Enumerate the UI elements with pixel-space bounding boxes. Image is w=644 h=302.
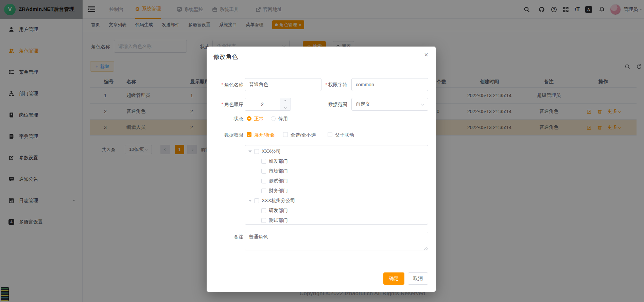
role-name-label-text: 角色名称 bbox=[224, 82, 243, 87]
parent-child-link-label[interactable]: 父子联动 bbox=[335, 131, 354, 138]
select-all-checkbox[interactable] bbox=[283, 132, 288, 137]
tree-node-checkbox[interactable] bbox=[261, 189, 266, 193]
stepper-increase-button[interactable] bbox=[280, 98, 291, 104]
role-order-label-text: 角色顺序 bbox=[224, 102, 243, 107]
parent-child-link-checkbox[interactable] bbox=[328, 132, 332, 137]
data-permission-field-label: 数据权限 bbox=[210, 131, 243, 138]
tree-node-checkbox[interactable] bbox=[254, 198, 259, 203]
role-name-input[interactable] bbox=[245, 78, 321, 91]
role-order-value: 2 bbox=[245, 98, 280, 110]
data-scope-field-label: 数据范围 bbox=[319, 98, 347, 111]
status-disabled-radio[interactable] bbox=[271, 116, 276, 121]
role-key-input[interactable] bbox=[351, 78, 428, 91]
tree-node[interactable]: XXX杭州分公司 bbox=[245, 196, 428, 206]
textarea-resize-handle[interactable] bbox=[424, 247, 428, 250]
tree-node-label[interactable]: 财务部门 bbox=[269, 188, 288, 194]
dialog-close-icon[interactable] bbox=[424, 51, 428, 58]
tree-node-checkbox[interactable] bbox=[254, 149, 259, 154]
select-caret-icon bbox=[421, 102, 424, 106]
tree-expand-caret-icon[interactable] bbox=[248, 150, 252, 153]
tree-node-label[interactable]: 研发部门 bbox=[269, 208, 288, 214]
required-mark: * bbox=[222, 102, 223, 107]
status-normal-label[interactable]: 正常 bbox=[254, 115, 264, 122]
data-scope-select[interactable]: 自定义 bbox=[351, 98, 428, 111]
tree-expand-caret-icon[interactable] bbox=[248, 200, 252, 202]
expand-collapse-checkbox[interactable] bbox=[247, 132, 251, 137]
expand-collapse-label[interactable]: 展开/折叠 bbox=[254, 131, 275, 138]
role-order-field-label: *角色顺序 bbox=[215, 98, 243, 111]
tree-node-checkbox[interactable] bbox=[261, 218, 266, 223]
status-field-label: 状态 bbox=[215, 115, 243, 122]
edit-role-dialog: 修改角色 *角色名称 *权限字符 *角色顺序 2 数据范围 自定义 状态 正常 bbox=[207, 47, 436, 292]
app-screen: V ZRAdmin.NET后台管理 控制台 ⚙ 系统管理 系统监控 系统工具 官… bbox=[0, 0, 644, 302]
tree-node[interactable]: 研发部门 bbox=[245, 156, 428, 166]
select-all-label[interactable]: 全选/全不选 bbox=[291, 131, 316, 138]
tree-node-label[interactable]: 测试部门 bbox=[269, 217, 288, 224]
cancel-button[interactable]: 取消 bbox=[408, 272, 428, 285]
tree-node[interactable]: 测试部门 bbox=[245, 215, 428, 225]
tree-node-label[interactable]: 研发部门 bbox=[269, 158, 288, 164]
tree-node[interactable]: XXX公司 bbox=[245, 146, 428, 156]
tree-node[interactable]: 测试部门 bbox=[245, 176, 428, 186]
tree-node-checkbox[interactable] bbox=[261, 159, 266, 164]
tree-node[interactable]: 研发部门 bbox=[245, 206, 428, 215]
status-disabled-label[interactable]: 停用 bbox=[278, 115, 288, 122]
department-tree: XXX公司 研发部门 市场部门 测试部门 财务部门 XXX杭州分公司 bbox=[245, 145, 428, 225]
stepper-decrease-button[interactable] bbox=[280, 104, 291, 110]
data-scope-value: 自定义 bbox=[356, 101, 370, 107]
confirm-button[interactable]: 确定 bbox=[383, 272, 404, 285]
role-key-label-text: 权限字符 bbox=[328, 82, 347, 87]
remark-field-label: 备注 bbox=[215, 233, 243, 240]
tree-node[interactable]: 财务部门 bbox=[245, 186, 428, 196]
remark-textarea[interactable]: 普通角色 bbox=[245, 232, 428, 250]
role-order-stepper[interactable]: 2 bbox=[245, 98, 291, 111]
required-mark: * bbox=[222, 82, 223, 87]
tree-node-checkbox[interactable] bbox=[261, 169, 266, 174]
tree-node-checkbox[interactable] bbox=[261, 179, 266, 183]
required-mark: * bbox=[326, 82, 327, 87]
role-name-field-label: *角色名称 bbox=[215, 78, 243, 91]
status-normal-radio[interactable] bbox=[247, 116, 251, 121]
tree-node-label[interactable]: 市场部门 bbox=[269, 168, 288, 174]
tree-node[interactable]: 市场部门 bbox=[245, 166, 428, 176]
tree-node-checkbox[interactable] bbox=[261, 208, 266, 213]
tree-node-label[interactable]: XXX杭州分公司 bbox=[262, 198, 295, 204]
role-key-field-label: *权限字符 bbox=[319, 78, 347, 91]
tree-node-label[interactable]: XXX公司 bbox=[262, 148, 281, 155]
dialog-title: 修改角色 bbox=[213, 53, 238, 61]
tree-node-label[interactable]: 测试部门 bbox=[269, 178, 288, 184]
